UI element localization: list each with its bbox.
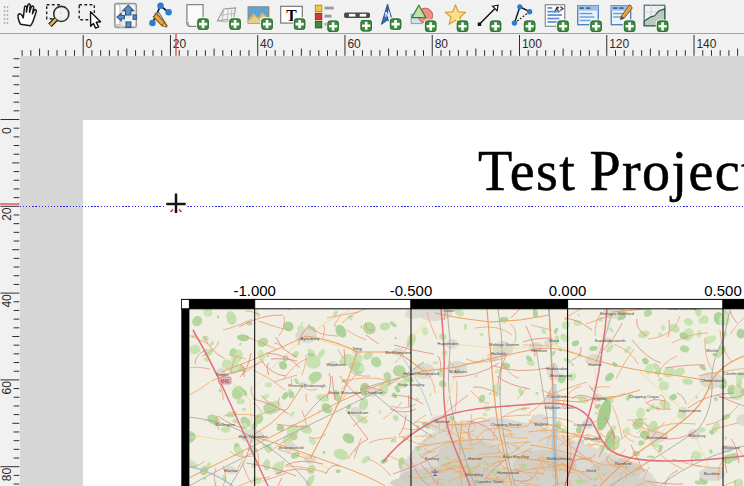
svg-text:Sawbridgeworth: Sawbridgeworth <box>595 338 626 343</box>
svg-text:Chelmsford: Chelmsford <box>724 371 744 376</box>
svg-text:80: 80 <box>435 37 449 51</box>
svg-text:Hemel Hempstead: Hemel Hempstead <box>403 371 439 376</box>
svg-text:0: 0 <box>86 37 93 51</box>
svg-text:Epping: Epping <box>593 396 607 401</box>
svg-text:St Albans: St Albans <box>449 369 467 374</box>
svg-text:Brentwood: Brentwood <box>647 435 668 440</box>
svg-text:Ware: Ware <box>549 338 560 343</box>
svg-text:N: N <box>385 11 390 18</box>
svg-text:0.500: 0.500 <box>704 282 742 299</box>
svg-text:60: 60 <box>0 381 14 395</box>
svg-text:Billericay: Billericay <box>688 433 706 438</box>
svg-text:Walthamstow: Walthamstow <box>546 456 573 461</box>
svg-text:Cheshunt: Cheshunt <box>548 394 567 399</box>
svg-text:Harpenden: Harpenden <box>437 341 459 346</box>
svg-text:Berkhamsted: Berkhamsted <box>385 350 411 355</box>
svg-text:Writtle: Writtle <box>706 348 719 353</box>
svg-text:Tring: Tring <box>352 346 362 351</box>
svg-text:Ingatestone: Ingatestone <box>679 408 702 413</box>
svg-text:-0.500: -0.500 <box>390 282 433 299</box>
svg-text:M40: M40 <box>221 379 230 384</box>
svg-text:Chesham: Chesham <box>365 390 384 395</box>
svg-text:Hoddesdon: Hoddesdon <box>546 366 569 371</box>
svg-text:Wickford: Wickford <box>723 445 740 450</box>
svg-text:60: 60 <box>347 37 361 51</box>
svg-text:Waltham Cross: Waltham Cross <box>544 405 573 410</box>
svg-text:80: 80 <box>0 468 14 482</box>
svg-text:Watford: Watford <box>435 419 450 424</box>
svg-text:Thame: Thame <box>215 372 229 377</box>
svg-text:Broxbourne: Broxbourne <box>550 373 573 378</box>
svg-text:Chigwell: Chigwell <box>584 436 600 441</box>
svg-text:Bushey: Bushey <box>425 456 440 461</box>
svg-text:Wembley: Wembley <box>465 472 484 477</box>
svg-text:Beaconsfield: Beaconsfield <box>279 445 304 450</box>
svg-text:East Finchley: East Finchley <box>503 454 530 459</box>
svg-text:Enfield: Enfield <box>534 422 548 427</box>
svg-text:Basildon: Basildon <box>704 471 721 476</box>
svg-text:0.000: 0.000 <box>549 282 587 299</box>
svg-text:Marlow: Marlow <box>224 468 239 473</box>
svg-text:Great Missenden: Great Missenden <box>329 390 362 395</box>
svg-text:Ilford: Ilford <box>586 468 596 473</box>
svg-text:Harlow: Harlow <box>588 362 602 367</box>
svg-text:20: 20 <box>173 37 187 51</box>
svg-text:Chipping Ongar: Chipping Ongar <box>629 394 660 399</box>
svg-text:40: 40 <box>260 37 274 51</box>
svg-text:Hertford: Hertford <box>531 348 547 353</box>
svg-text:Chipping Barnet: Chipping Barnet <box>491 422 523 427</box>
svg-text:Aylesbury: Aylesbury <box>301 336 321 341</box>
svg-text:Romford: Romford <box>615 461 632 466</box>
svg-text:140: 140 <box>696 37 716 51</box>
svg-text:Chelmsford: Chelmsford <box>701 378 724 383</box>
svg-text:20: 20 <box>0 207 14 221</box>
svg-text:Welwyn Garden: Welwyn Garden <box>489 342 520 347</box>
svg-text:100: 100 <box>522 37 542 51</box>
svg-text:Hatfield: Hatfield <box>491 351 506 356</box>
svg-text:Camden Town: Camden Town <box>475 479 503 484</box>
svg-text:High Wycombe: High Wycombe <box>238 434 268 439</box>
svg-text:Loughton: Loughton <box>574 422 593 427</box>
svg-text:Watlington: Watlington <box>215 422 236 427</box>
svg-text:Princes Risborough: Princes Risborough <box>288 383 326 388</box>
svg-text:Harrow: Harrow <box>468 456 483 461</box>
svg-text:120: 120 <box>609 37 629 51</box>
svg-text:Bishop's Stortford: Bishop's Stortford <box>600 311 634 316</box>
svg-text:40: 40 <box>0 294 14 308</box>
svg-text:Wendover: Wendover <box>326 362 346 367</box>
svg-text:0: 0 <box>0 127 14 134</box>
svg-text:Hampstead: Hampstead <box>497 470 520 475</box>
svg-text:-1.000: -1.000 <box>233 282 276 299</box>
svg-text:Amersham: Amersham <box>348 410 369 415</box>
